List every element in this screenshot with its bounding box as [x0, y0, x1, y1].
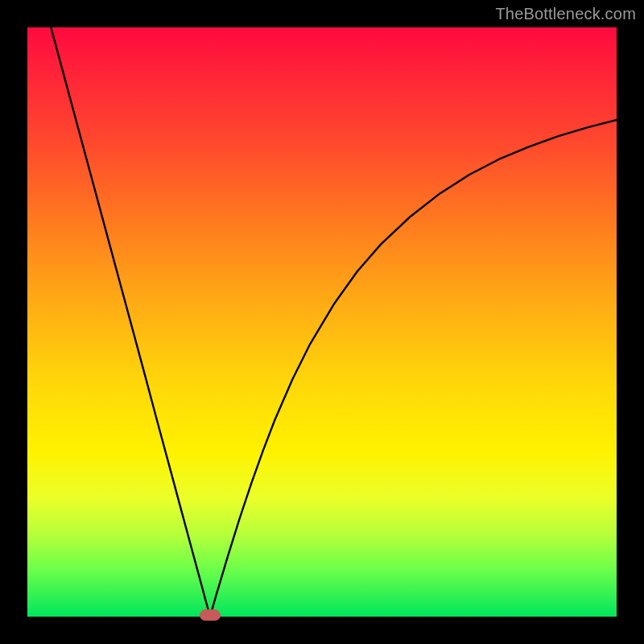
- chart-container: TheBottleneck.com: [0, 0, 644, 644]
- minimum-marker: [200, 609, 221, 621]
- watermark-text: TheBottleneck.com: [495, 5, 636, 23]
- curve-svg: [27, 27, 617, 617]
- curve-right-branch: [210, 120, 617, 617]
- curve-left-branch: [51, 27, 210, 617]
- plot-area: [27, 27, 617, 617]
